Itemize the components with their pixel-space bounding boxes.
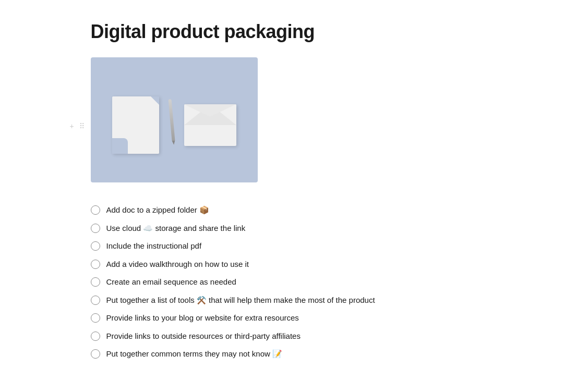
checkbox-7[interactable] xyxy=(91,313,100,323)
list-item: Put together common terms they may not k… xyxy=(91,345,498,363)
checklist-item-text: Provide links to outside resources or th… xyxy=(106,330,301,342)
list-item: Provide links to your blog or website fo… xyxy=(91,309,498,327)
envelope-flap xyxy=(184,104,236,125)
envelope-visual xyxy=(184,104,236,146)
list-item: Add doc to a zipped folder 📦 xyxy=(91,201,498,219)
checkbox-4[interactable] xyxy=(91,260,100,269)
checkbox-9[interactable] xyxy=(91,349,100,359)
checklist-item-text: Use cloud ☁️ storage and share the link xyxy=(106,223,246,235)
drag-handle-button[interactable]: ⠿ xyxy=(77,121,87,131)
checklist-item-text: Include the instructional pdf xyxy=(106,240,202,252)
hero-image xyxy=(91,57,258,182)
document-visual xyxy=(112,96,159,154)
image-block: + ⠿ xyxy=(91,57,498,195)
list-item: Put together a list of tools ⚒️ that wil… xyxy=(91,291,498,310)
doc-paper xyxy=(112,96,159,154)
checkbox-6[interactable] xyxy=(91,296,100,305)
pen xyxy=(169,99,175,141)
checklist: Add doc to a zipped folder 📦 Use cloud ☁… xyxy=(91,201,498,363)
checkbox-1[interactable] xyxy=(91,205,100,215)
image-content xyxy=(91,57,258,182)
list-item: Add a video walkthrough on how to use it xyxy=(91,255,498,274)
checkbox-8[interactable] xyxy=(91,332,100,341)
envelope xyxy=(184,104,236,146)
block-controls: + ⠿ xyxy=(68,121,87,131)
list-item: Use cloud ☁️ storage and share the link xyxy=(91,219,498,238)
list-item: Create an email sequence as needed xyxy=(91,273,498,291)
checklist-item-text: Add a video walkthrough on how to use it xyxy=(106,259,249,271)
checklist-item-text: Put together a list of tools ⚒️ that wil… xyxy=(106,295,375,306)
checkbox-2[interactable] xyxy=(91,224,100,233)
checklist-item-text: Create an email sequence as needed xyxy=(106,276,236,288)
checklist-item-text: Put together common terms they may not k… xyxy=(106,348,282,360)
add-block-button[interactable]: + xyxy=(68,121,76,131)
checklist-item-text: Provide links to your blog or website fo… xyxy=(106,312,299,324)
list-item: Include the instructional pdf xyxy=(91,237,498,255)
checkbox-3[interactable] xyxy=(91,241,100,251)
list-item: Provide links to outside resources or th… xyxy=(91,327,498,346)
page-title: Digital product packaging xyxy=(91,21,498,43)
doc-curl xyxy=(112,138,128,154)
checklist-item-text: Add doc to a zipped folder 📦 xyxy=(106,204,209,216)
checkbox-5[interactable] xyxy=(91,277,100,287)
